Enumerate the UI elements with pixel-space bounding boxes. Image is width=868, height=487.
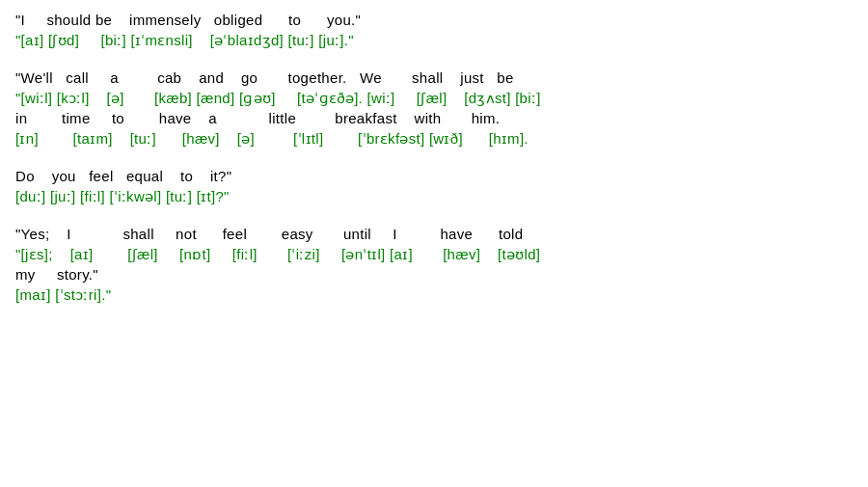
text-line-3: in time to have a little breakfast with …	[15, 108, 853, 128]
phonetic-line-2: "[wiːl] [kɔːl] [ə] [kæb] [ænd] [ɡəʊ] [tə…	[15, 88, 853, 108]
phonetic-line-6: [maɪ] [ˈstɔːri]."	[15, 284, 853, 305]
text-line-6: my story."	[15, 264, 853, 284]
text-line-5: "Yes; I shall not feel easy until I have…	[15, 224, 853, 244]
paragraph-3: Do you feel equal to it?" [duː] [juː] [f…	[15, 166, 853, 206]
phonetic-line-5: "[jɛs]; [aɪ] [ʃæl] [nɒt] [fiːl] [ˈiːzi] …	[15, 244, 853, 264]
text-line-2: "We'll call a cab and go together. We sh…	[15, 68, 853, 88]
paragraph-4: "Yes; I shall not feel easy until I have…	[15, 224, 853, 305]
content-area: "I should be immensely obliged to you." …	[15, 10, 853, 305]
text-line-4: Do you feel equal to it?"	[15, 166, 853, 186]
phonetic-line-4: [duː] [juː] [fiːl] [ˈiːkwəl] [tuː] [ɪt]?…	[15, 186, 853, 206]
paragraph-1: "I should be immensely obliged to you." …	[15, 10, 853, 50]
phonetic-line-1: "[aɪ] [ʃʊd] [biː] [ɪˈmɛnsli] [əˈblaɪdʒd]…	[15, 30, 853, 50]
phonetic-line-3: [ɪn] [taɪm] [tuː] [hæv] [ə] [ˈlɪtl] [ˈbr…	[15, 128, 853, 149]
paragraph-2: "We'll call a cab and go together. We sh…	[15, 68, 853, 149]
text-line-1: "I should be immensely obliged to you."	[15, 10, 853, 30]
